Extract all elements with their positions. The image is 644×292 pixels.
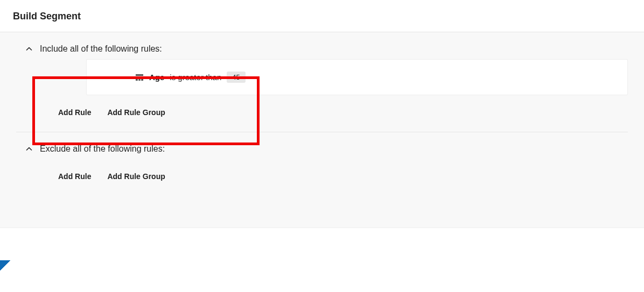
footer [0,255,644,271]
add-rule-button[interactable]: Add Rule [58,172,91,181]
table-icon [135,73,144,82]
include-actions: Add Rule Add Rule Group [16,95,628,132]
panel-footer-spacer [0,196,644,228]
corner-accent-icon [0,260,11,271]
svg-rect-3 [141,76,143,80]
svg-rect-0 [136,74,143,76]
exclude-title: Exclude all of the following rules: [40,144,165,154]
chevron-up-icon[interactable] [26,46,32,52]
include-header: Include all of the following rules: [16,32,628,59]
rule-value-chip[interactable]: 45 [227,72,245,83]
page-title: Build Segment [0,0,644,32]
page-footer-gap [0,228,644,255]
rule-field-label: Age [149,73,164,82]
include-title: Include all of the following rules: [40,44,162,54]
segment-builder-panel: Include all of the following rules: Age … [0,32,644,196]
add-rule-group-button[interactable]: Add Rule Group [107,108,165,117]
exclude-section: Exclude all of the following rules: Add … [0,132,644,196]
svg-rect-1 [136,76,138,80]
include-section: Include all of the following rules: Age … [0,32,644,132]
add-rule-button[interactable]: Add Rule [58,108,91,117]
exclude-header: Exclude all of the following rules: [16,132,628,159]
add-rule-group-button[interactable]: Add Rule Group [107,172,165,181]
rule-card[interactable]: Age is greater than 45 [86,59,628,95]
svg-rect-2 [138,76,140,80]
rule-operator-label: is greater than [170,73,221,82]
exclude-actions: Add Rule Add Rule Group [16,159,628,196]
chevron-up-icon[interactable] [26,146,32,152]
